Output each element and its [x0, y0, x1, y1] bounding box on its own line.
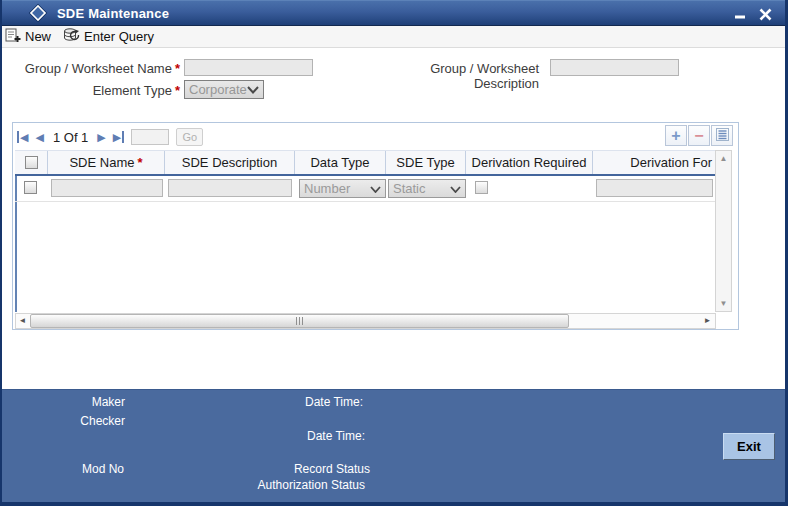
derivation-required-checkbox[interactable]	[475, 181, 488, 194]
horizontal-scrollbar[interactable]: ◄ ►	[15, 313, 716, 329]
sde-grid-panel: ◀ ◀ 1 Of 1 ▶ ▶ Go + −	[12, 122, 739, 330]
element-type-label: Element Type*	[22, 83, 180, 98]
scroll-down-icon[interactable]: ▼	[716, 299, 731, 308]
single-view-button[interactable]	[711, 125, 733, 146]
delete-row-button[interactable]: −	[688, 125, 710, 146]
table-header: SDE Name* SDE Description Data Type SDE …	[15, 150, 716, 176]
element-type-select[interactable]: Corporate	[184, 80, 264, 99]
toolbar: New Enter Query	[2, 26, 785, 48]
required-marker: *	[175, 83, 180, 98]
sde-name-input[interactable]	[51, 179, 163, 197]
date-time-label-2: Date Time:	[265, 429, 365, 443]
authorization-status-label: Authorization Status	[234, 478, 365, 492]
column-header-data-type: Data Type	[295, 151, 386, 174]
title-bar: SDE Maintenance	[2, 0, 785, 26]
table-row: Number Static	[15, 176, 716, 202]
window-title: SDE Maintenance	[57, 6, 169, 21]
sde-type-select[interactable]: Static	[388, 179, 466, 198]
data-type-value: Number	[304, 181, 350, 196]
column-header-sde-description: SDE Description	[165, 151, 295, 174]
checker-label: Checker	[25, 414, 125, 428]
minimize-button[interactable]	[732, 6, 748, 22]
app-diamond-icon	[28, 3, 48, 23]
details-list-icon	[716, 127, 729, 145]
derivation-formula-input[interactable]	[596, 179, 713, 197]
previous-page-icon[interactable]: ◀	[35, 131, 43, 143]
column-header-derivation-formula: Derivation For	[593, 151, 716, 174]
add-row-button[interactable]: +	[665, 125, 687, 146]
scrollbar-thumb[interactable]	[30, 314, 569, 328]
required-marker: *	[137, 155, 142, 170]
scroll-right-icon[interactable]: ►	[701, 314, 714, 328]
required-marker: *	[175, 61, 180, 76]
go-button[interactable]: Go	[176, 128, 203, 146]
column-header-sde-type: SDE Type	[386, 151, 466, 174]
first-page-icon[interactable]: ◀	[17, 131, 28, 143]
data-type-select[interactable]: Number	[299, 179, 386, 198]
enter-query-button-label: Enter Query	[84, 29, 154, 44]
element-type-value: Corporate	[189, 82, 247, 97]
select-all-cell	[15, 151, 48, 174]
record-status-label: Record Status	[270, 462, 370, 476]
new-document-icon	[5, 28, 21, 46]
group-worksheet-name-input[interactable]	[184, 59, 313, 76]
plus-icon: +	[671, 129, 680, 143]
scroll-up-icon[interactable]: ▲	[716, 154, 731, 163]
page-position: 1 Of 1	[53, 130, 88, 145]
exit-button[interactable]: Exit	[723, 433, 775, 460]
maker-label: Maker	[25, 395, 125, 409]
grid-pagination: ◀ ◀ 1 Of 1 ▶ ▶ Go	[17, 127, 203, 147]
enter-query-button[interactable]: Enter Query	[57, 26, 160, 47]
chevron-down-icon	[370, 181, 381, 196]
sde-type-value: Static	[393, 181, 426, 196]
sde-maintenance-window: SDE Maintenance	[0, 0, 788, 506]
last-page-icon[interactable]: ▶	[113, 131, 124, 143]
mod-no-label: Mod No	[24, 462, 124, 476]
select-all-checkbox[interactable]	[25, 156, 38, 169]
new-button[interactable]: New	[2, 26, 57, 47]
close-button[interactable]	[757, 6, 773, 22]
minus-icon: −	[694, 129, 703, 143]
row-select-checkbox[interactable]	[24, 181, 37, 194]
next-page-icon[interactable]: ▶	[97, 131, 105, 143]
query-database-icon	[63, 28, 80, 46]
chevron-down-icon	[247, 82, 259, 97]
new-button-label: New	[25, 29, 51, 44]
group-worksheet-description-label: Group / Worksheet Description	[417, 61, 539, 91]
page-number-input[interactable]	[131, 129, 169, 145]
audit-footer: Maker Checker Date Time: Date Time: Mod …	[2, 389, 785, 502]
date-time-label-1: Date Time:	[263, 395, 363, 409]
column-header-sde-name: SDE Name*	[48, 151, 165, 174]
sde-description-input[interactable]	[168, 179, 292, 197]
scroll-left-icon[interactable]: ◄	[16, 314, 29, 328]
group-worksheet-name-label: Group / Worksheet Name*	[22, 61, 180, 76]
chevron-down-icon	[450, 181, 461, 196]
vertical-scrollbar[interactable]: ▲ ▼	[715, 150, 732, 312]
column-header-derivation-required: Derivation Required	[466, 151, 593, 174]
group-worksheet-description-input[interactable]	[550, 59, 679, 76]
